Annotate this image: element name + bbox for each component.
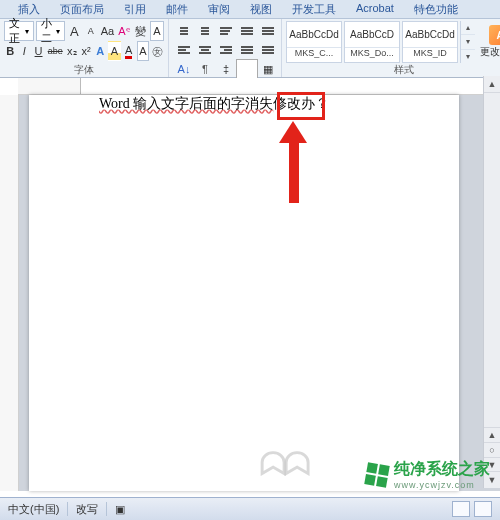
borders-button[interactable]: ▦ bbox=[257, 59, 279, 79]
shading-button[interactable] bbox=[236, 59, 258, 79]
style-name: MKS_Do... bbox=[345, 47, 399, 62]
justify-button[interactable] bbox=[236, 40, 258, 60]
next-page-button[interactable]: ▼ bbox=[484, 457, 500, 472]
horizontal-ruler[interactable] bbox=[18, 78, 500, 95]
document-area: Word 输入文字后面的字消失修改办？ ᗣᗣ bbox=[0, 95, 500, 491]
show-marks-button[interactable]: ¶ bbox=[194, 59, 216, 79]
line-spacing-button[interactable]: ‡ bbox=[215, 59, 237, 79]
text-pre: Word 输入文字后面的字消失 bbox=[99, 96, 273, 111]
multilevel-button[interactable] bbox=[215, 21, 237, 41]
annotation-arrow bbox=[289, 121, 307, 203]
bullets-button[interactable] bbox=[173, 21, 195, 41]
style-sample: AaBbCcD bbox=[345, 22, 399, 47]
tab-mailings[interactable]: 邮件 bbox=[156, 0, 198, 18]
style-sample: AaBbCcDd bbox=[403, 22, 457, 47]
change-case-button[interactable]: Aa bbox=[100, 21, 115, 41]
tab-view[interactable]: 视图 bbox=[240, 0, 282, 18]
group-font: 文正▾ 小二▾ A A Aa Aᵉ 變 A B I U abe x₂ x² A bbox=[0, 19, 169, 77]
font-size-select[interactable]: 小二▾ bbox=[36, 21, 66, 41]
italic-button[interactable]: I bbox=[18, 41, 30, 61]
font-color-button[interactable]: A bbox=[123, 41, 135, 61]
group-paragraph: A↓ ¶ ‡ ▦ 段落 bbox=[169, 19, 282, 77]
tab-developer[interactable]: 开发工具 bbox=[282, 0, 346, 18]
align-left-button[interactable] bbox=[173, 40, 195, 60]
char-border-button[interactable]: A bbox=[150, 21, 164, 41]
tab-references[interactable]: 引用 bbox=[114, 0, 156, 18]
style-sample: AaBbCcDd bbox=[287, 22, 341, 47]
group-font-label: 字体 bbox=[4, 63, 164, 77]
decrease-indent-button[interactable] bbox=[236, 21, 258, 41]
style-item-2[interactable]: AaBbCcDd MKS_ID bbox=[402, 21, 458, 63]
vertical-ruler[interactable] bbox=[0, 95, 19, 491]
tab-special[interactable]: 特色功能 bbox=[404, 0, 468, 18]
scroll-down-button[interactable]: ▼ bbox=[484, 471, 500, 488]
status-language[interactable]: 中文(中国) bbox=[8, 502, 59, 517]
vertical-scrollbar[interactable]: ▲ ▲ ○ ▼ ▼ bbox=[483, 76, 500, 488]
group-styles-label: 样式 bbox=[286, 63, 500, 77]
char-shading-button[interactable]: A bbox=[137, 41, 149, 61]
align-right-button[interactable] bbox=[215, 40, 237, 60]
browse-object-button[interactable]: ○ bbox=[484, 442, 500, 457]
distribute-button[interactable] bbox=[257, 40, 279, 60]
tab-pagelayout[interactable]: 页面布局 bbox=[50, 0, 114, 18]
bold-button[interactable]: B bbox=[4, 41, 16, 61]
strike-button[interactable]: abe bbox=[47, 41, 64, 61]
change-styles-icon: A bbox=[489, 25, 500, 45]
view-printlayout-button[interactable] bbox=[452, 501, 470, 517]
tab-acrobat[interactable]: Acrobat bbox=[346, 0, 404, 18]
increase-indent-button[interactable] bbox=[257, 21, 279, 41]
group-styles: AaBbCcDd MKS_C... AaBbCcD MKS_Do... AaBb… bbox=[282, 19, 500, 77]
highlight-button[interactable]: A bbox=[108, 41, 120, 61]
tab-review[interactable]: 审阅 bbox=[198, 0, 240, 18]
row-expand-icon: ▾ bbox=[461, 50, 475, 63]
ribbon: 文正▾ 小二▾ A A Aa Aᵉ 變 A B I U abe x₂ x² A bbox=[0, 19, 500, 78]
style-item-0[interactable]: AaBbCcDd MKS_C... bbox=[286, 21, 342, 63]
styles-gallery: AaBbCcDd MKS_C... AaBbCcD MKS_Do... AaBb… bbox=[286, 21, 475, 63]
shrink-font-button[interactable]: A bbox=[84, 21, 98, 41]
clear-format-button[interactable]: Aᵉ bbox=[117, 21, 131, 41]
style-item-1[interactable]: AaBbCcD MKS_Do... bbox=[344, 21, 400, 63]
status-overtype[interactable]: 改写 bbox=[76, 502, 98, 517]
superscript-button[interactable]: x² bbox=[80, 41, 92, 61]
status-bar: 中文(中国) 改写 ▣ bbox=[0, 497, 500, 520]
enclose-char-button[interactable]: ㊛ bbox=[151, 41, 164, 61]
style-name: MKS_ID bbox=[403, 47, 457, 62]
annotation-highlight-box bbox=[277, 92, 325, 120]
text-effects-button[interactable]: A bbox=[94, 41, 106, 61]
scroll-up-button[interactable]: ▲ bbox=[484, 76, 500, 93]
prev-page-button[interactable]: ▲ bbox=[484, 427, 500, 442]
sort-button[interactable]: A↓ bbox=[173, 59, 195, 79]
font-style-select[interactable]: 文正▾ bbox=[4, 21, 34, 41]
status-macro-icon[interactable]: ▣ bbox=[115, 503, 125, 516]
row-up-icon: ▴ bbox=[461, 21, 475, 35]
row-down-icon: ▾ bbox=[461, 35, 475, 49]
watermark-icon: ᗣᗣ bbox=[259, 445, 307, 485]
style-name: MKS_C... bbox=[287, 47, 341, 62]
align-center-button[interactable] bbox=[194, 40, 216, 60]
underline-button[interactable]: U bbox=[32, 41, 44, 61]
page[interactable]: Word 输入文字后面的字消失修改办？ ᗣᗣ bbox=[29, 95, 459, 491]
styles-more-button[interactable]: ▴ ▾ ▾ bbox=[460, 21, 475, 63]
view-fullscreen-button[interactable] bbox=[474, 501, 492, 517]
ribbon-tabs: 插入 页面布局 引用 邮件 审阅 视图 开发工具 Acrobat 特色功能 bbox=[0, 0, 500, 19]
phonetic-button[interactable]: 變 bbox=[134, 21, 148, 41]
subscript-button[interactable]: x₂ bbox=[66, 41, 78, 61]
numbering-button[interactable] bbox=[194, 21, 216, 41]
grow-font-button[interactable]: A bbox=[67, 21, 81, 41]
change-styles-button[interactable]: A 更改样式 bbox=[479, 21, 500, 63]
change-styles-label: 更改样式 bbox=[480, 45, 500, 59]
